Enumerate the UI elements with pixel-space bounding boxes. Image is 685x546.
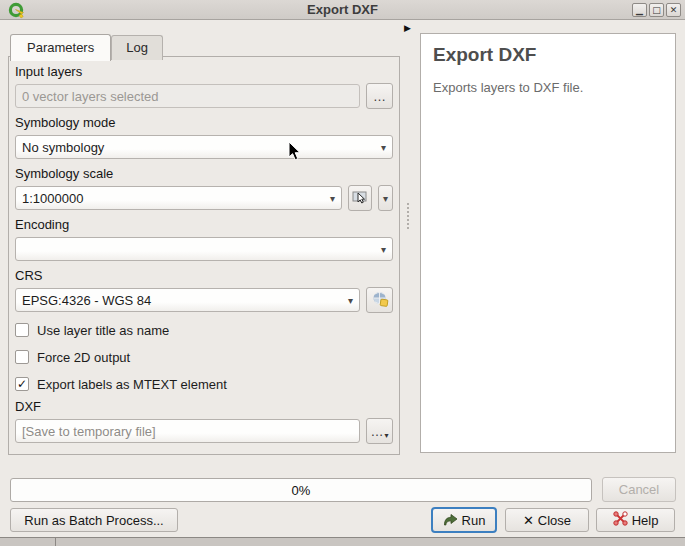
help-description: Exports layers to DXF file. — [433, 80, 663, 95]
chevron-down-icon: ▾ — [324, 193, 335, 204]
input-layers-field[interactable]: 0 vector layers selected — [15, 84, 360, 108]
symbology-scale-combo[interactable]: 1:1000000 ▾ — [15, 186, 342, 210]
ellipsis-icon: … — [373, 89, 386, 104]
run-button-label: Run — [462, 513, 486, 528]
window-title: Export DXF — [0, 2, 685, 17]
symbology-mode-value: No symbology — [22, 140, 375, 155]
encoding-select[interactable]: ▾ — [15, 237, 393, 261]
use-layer-title-row: Use layer title as name — [15, 322, 393, 338]
use-layer-title-checkbox[interactable] — [15, 323, 29, 337]
cancel-button: Cancel — [602, 477, 676, 502]
tab-log[interactable]: Log — [111, 35, 163, 60]
collapse-help-panel-icon[interactable]: ▶ — [404, 23, 411, 33]
chevron-down-icon: ▾ — [342, 295, 353, 306]
tab-parameters[interactable]: Parameters — [10, 34, 111, 61]
background-window-divider — [55, 538, 56, 546]
run-arrow-icon — [443, 512, 458, 529]
close-icon[interactable]: ✕ — [666, 3, 681, 17]
dxf-output-field[interactable]: [Save to temporary file] — [15, 419, 360, 443]
scale-options-dropdown-button[interactable]: ▾ — [378, 185, 393, 211]
symbology-mode-label: Symbology mode — [15, 114, 393, 132]
symbology-scale-value: 1:1000000 — [22, 191, 324, 206]
export-mtext-label: Export labels as MTEXT element — [37, 377, 227, 392]
chevron-down-icon: ▾ — [375, 142, 386, 153]
set-scale-from-canvas-button[interactable] — [348, 185, 372, 211]
chevron-down-icon: ▾ — [375, 244, 386, 255]
progress-bar: 0% — [10, 478, 592, 502]
symbology-scale-label: Symbology scale — [15, 165, 393, 183]
splitter-handle[interactable] — [407, 203, 409, 229]
dxf-browse-button[interactable]: … ▾ — [366, 418, 393, 444]
help-panel: Export DXF Exports layers to DXF file. — [420, 33, 676, 453]
close-button[interactable]: ✕ Close — [505, 508, 589, 532]
help-title: Export DXF — [433, 44, 663, 66]
input-layers-label: Input layers — [15, 63, 393, 81]
globe-icon — [371, 290, 389, 311]
input-layers-browse-button[interactable]: … — [366, 83, 393, 109]
tab-bar: Parameters Log — [10, 33, 163, 60]
mouse-cursor — [288, 141, 301, 164]
select-crs-button[interactable] — [366, 287, 393, 313]
help-button[interactable]: Help — [596, 508, 675, 532]
help-button-label: Help — [632, 513, 659, 528]
dxf-label: DXF — [15, 398, 393, 416]
titlebar: Export DXF ▁ □ ✕ — [0, 0, 685, 20]
crs-select[interactable]: EPSG:4326 - WGS 84 ▾ — [15, 288, 360, 312]
help-icon — [613, 511, 628, 529]
export-mtext-checkbox[interactable] — [15, 377, 29, 391]
chevron-down-icon: ▾ — [384, 431, 388, 440]
background-window-edge — [0, 537, 685, 546]
map-cursor-icon — [352, 189, 368, 208]
qgis-logo-icon — [8, 2, 25, 19]
close-button-label: Close — [538, 513, 571, 528]
run-button[interactable]: Run — [431, 507, 497, 533]
window-controls: ▁ □ ✕ — [632, 3, 681, 17]
force-2d-row: Force 2D output — [15, 349, 393, 365]
crs-value: EPSG:4326 - WGS 84 — [22, 293, 342, 308]
chevron-down-icon: ▾ — [383, 193, 388, 204]
maximize-icon[interactable]: □ — [649, 3, 664, 17]
parameters-panel: Input layers 0 vector layers selected … … — [8, 56, 400, 455]
export-mtext-row: Export labels as MTEXT element — [15, 376, 393, 392]
minimize-icon[interactable]: ▁ — [632, 3, 647, 17]
progress-value: 0% — [292, 483, 311, 498]
run-as-batch-button[interactable]: Run as Batch Process... — [10, 508, 178, 532]
close-x-icon: ✕ — [523, 513, 534, 528]
encoding-label: Encoding — [15, 216, 393, 234]
crs-label: CRS — [15, 267, 393, 285]
ellipsis-icon: … — [370, 424, 383, 439]
symbology-mode-select[interactable]: No symbology ▾ — [15, 135, 393, 159]
force-2d-label: Force 2D output — [37, 350, 130, 365]
use-layer-title-label: Use layer title as name — [37, 323, 169, 338]
force-2d-checkbox[interactable] — [15, 350, 29, 364]
